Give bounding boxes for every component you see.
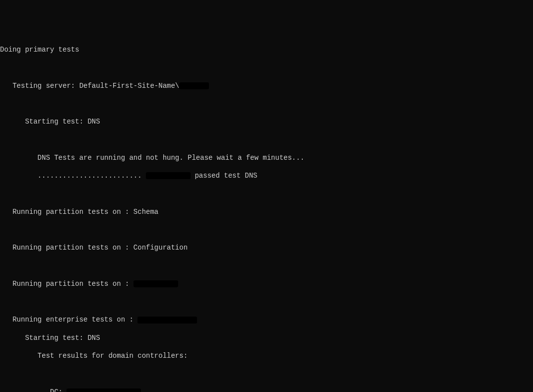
output-line <box>0 261 533 270</box>
text-segment: Running partition tests on : <box>0 280 133 288</box>
text-segment: Running enterprise tests on : <box>0 316 137 324</box>
output-line: ......................... passed test DN… <box>0 171 533 180</box>
terminal-output: Doing primary tests Testing server: Defa… <box>0 36 533 392</box>
redacted-text <box>133 280 178 287</box>
output-line: Test results for domain controllers: <box>0 351 533 360</box>
text-segment: passed test DNS <box>191 172 257 180</box>
output-line <box>0 99 533 108</box>
output-line <box>0 369 533 378</box>
redacted-text <box>179 82 209 89</box>
output-line: Running enterprise tests on : <box>0 315 533 324</box>
output-line: Doing primary tests <box>0 45 533 54</box>
output-line <box>0 135 533 144</box>
output-line <box>0 189 533 198</box>
output-line: DNS Tests are running and not hung. Plea… <box>0 153 533 162</box>
text-segment: ......................... <box>0 172 146 180</box>
text-segment: DC: <box>0 388 67 392</box>
output-line <box>0 297 533 306</box>
output-line: Starting test: DNS <box>0 333 533 342</box>
output-line: Running partition tests on : Schema <box>0 207 533 216</box>
output-line <box>0 63 533 72</box>
output-line: DC: <box>0 388 533 392</box>
output-line <box>0 225 533 234</box>
redacted-text <box>67 389 141 392</box>
output-line: Starting test: DNS <box>0 117 533 126</box>
output-line: Running partition tests on : <box>0 279 533 288</box>
output-line: Running partition tests on : Configurati… <box>0 243 533 252</box>
redacted-text <box>146 172 191 179</box>
text-segment: Testing server: Default-First-Site-Name\ <box>0 82 179 90</box>
output-line: Testing server: Default-First-Site-Name\ <box>0 81 533 90</box>
redacted-text <box>137 317 197 324</box>
